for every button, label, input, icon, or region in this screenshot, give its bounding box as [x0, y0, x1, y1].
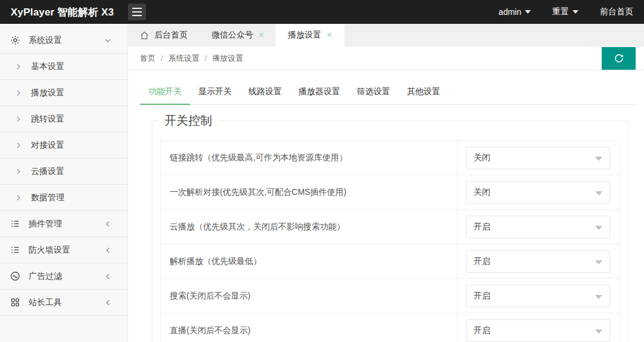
sidebar-item-ad-filter[interactable]: 广告过滤	[0, 263, 127, 290]
chevron-right-icon	[15, 142, 21, 148]
refresh-icon	[613, 52, 625, 64]
tab-display-switch[interactable]: 显示开关	[190, 86, 240, 104]
breadcrumb-separator: /	[161, 54, 163, 63]
settings-page: 功能开关 显示开关 线路设置 播放器设置 筛选设置 其他设置 开关控制 链接跳转…	[128, 70, 644, 342]
sidebar-item-label: 数据管理	[31, 192, 127, 203]
setting-label: 直播(关闭后不会显示)	[161, 313, 458, 342]
cloud-play-select[interactable]: 开启	[466, 216, 610, 238]
chevron-right-icon	[15, 169, 21, 175]
window-tab-label: 微信公众号	[211, 30, 253, 41]
breadcrumb-system-settings[interactable]: 系统设置	[169, 53, 200, 64]
window-tab-play-settings[interactable]: 播放设置 ×	[276, 24, 344, 46]
parse-dock-select[interactable]: 关闭	[466, 181, 610, 204]
breadcrumb-home[interactable]: 首页	[140, 53, 155, 64]
sidebar-item-webmaster-tools[interactable]: 站长工具	[0, 290, 127, 316]
switch-control-fieldset: 开关控制 链接跳转（优先级最高,可作为本地资源库使用） 关闭 一次解析对接(优先…	[152, 120, 628, 342]
caret-down-icon	[525, 10, 531, 14]
sidebar-item-label: 插件管理	[29, 219, 105, 229]
frontend-home-link[interactable]: 前台首页	[589, 0, 644, 24]
grid-icon	[10, 297, 20, 308]
chevron-right-icon	[15, 90, 21, 96]
sidebar-item-label: 跳转设置	[31, 114, 127, 125]
breadcrumb-separator: /	[205, 54, 207, 63]
close-icon[interactable]: ×	[259, 30, 264, 40]
setting-label: 解析播放（优先级最低）	[161, 244, 458, 279]
app-logo: XyPlayer 智能解析 X3	[0, 5, 119, 19]
chevron-right-icon	[15, 64, 21, 70]
setting-label: 云播放（优先级其次，关闭后不影响搜索功能）	[161, 210, 458, 244]
sidebar-item-firewall-settings[interactable]: 防火墙设置	[0, 237, 127, 263]
caret-down-icon	[595, 191, 602, 195]
sidebar-item-jump-settings[interactable]: 跳转设置	[0, 106, 127, 132]
table-row: 链接跳转（优先级最高,可作为本地资源库使用） 关闭	[161, 141, 620, 175]
setting-label: 一次解析对接(优先级其次,可配合CMS插件使用)	[161, 175, 458, 210]
sidebar-item-cloudplay-settings[interactable]: 云播设置	[0, 158, 127, 185]
user-menu[interactable]: admin	[488, 0, 542, 24]
breadcrumb-bar: 首页 / 系统设置 / 播放设置	[128, 46, 644, 70]
table-row: 解析播放（优先级最低） 开启	[161, 244, 620, 279]
select-value: 开启	[474, 256, 490, 267]
section-title: 开关控制	[158, 113, 218, 129]
home-icon	[140, 31, 149, 40]
search-select[interactable]: 开启	[466, 285, 610, 307]
window-tab-home[interactable]: 后台首页	[128, 24, 200, 46]
tab-player-settings[interactable]: 播放器设置	[290, 86, 349, 104]
window-tab-strip: 后台首页 微信公众号 × 播放设置 ×	[128, 24, 644, 46]
sidebar-item-dock-settings[interactable]: 对接设置	[0, 132, 127, 158]
table-row: 一次解析对接(优先级其次,可配合CMS插件使用) 关闭	[161, 175, 620, 210]
parse-play-select[interactable]: 开启	[466, 250, 610, 273]
chevron-right-icon	[15, 195, 21, 201]
caret-down-icon	[573, 10, 578, 14]
sidebar-item-data-management[interactable]: 数据管理	[0, 185, 127, 211]
tab-filter-settings[interactable]: 筛选设置	[349, 86, 399, 104]
settings-table: 链接跳转（优先级最高,可作为本地资源库使用） 关闭 一次解析对接(优先级其次,可…	[160, 140, 620, 342]
gear-icon	[10, 35, 20, 46]
reset-menu[interactable]: 重置	[542, 0, 589, 24]
select-value: 开启	[474, 222, 490, 232]
select-value: 开启	[474, 291, 490, 301]
sidebar-item-label: 云播设置	[31, 166, 127, 177]
list-icon	[10, 219, 20, 229]
window-tab-label: 播放设置	[288, 30, 321, 41]
select-value: 关闭	[474, 187, 490, 198]
refresh-button[interactable]	[602, 47, 636, 70]
table-row: 云播放（优先级其次，关闭后不影响搜索功能） 开启	[161, 210, 620, 244]
tab-other-settings[interactable]: 其他设置	[399, 86, 449, 104]
caret-down-icon	[595, 260, 602, 265]
link-jump-select[interactable]: 关闭	[466, 147, 610, 169]
chevron-left-icon	[105, 247, 111, 253]
user-menu-label: admin	[499, 7, 521, 17]
pulse-circle-icon	[10, 271, 20, 282]
caret-down-icon	[595, 157, 602, 161]
tab-function-switch[interactable]: 功能开关	[140, 86, 190, 104]
sidebar-item-label: 广告过滤	[29, 271, 105, 282]
chevron-left-icon	[105, 273, 111, 279]
chevron-right-icon	[15, 116, 21, 122]
caret-down-icon	[595, 295, 602, 299]
sidebar-item-basic-settings[interactable]: 基本设置	[0, 54, 127, 80]
window-tab-wechat[interactable]: 微信公众号 ×	[200, 24, 276, 46]
sidebar-item-system-settings[interactable]: 系统设置	[0, 27, 127, 54]
window-tab-label: 后台首页	[154, 30, 188, 41]
tab-line-settings[interactable]: 线路设置	[240, 86, 290, 104]
sidebar-item-label: 对接设置	[31, 140, 127, 151]
sidebar-item-label: 播放设置	[31, 88, 127, 98]
breadcrumb: 首页 / 系统设置 / 播放设置	[128, 53, 243, 64]
main-area: 后台首页 微信公众号 × 播放设置 × 首页 / 系统设置 / 播放设置	[128, 24, 644, 342]
close-icon[interactable]: ×	[326, 30, 332, 40]
frontend-home-label: 前台首页	[600, 7, 633, 17]
live-select[interactable]: 开启	[466, 319, 610, 342]
reset-menu-label: 重置	[552, 7, 569, 17]
settings-tab-bar: 功能开关 显示开关 线路设置 播放器设置 筛选设置 其他设置	[140, 86, 635, 105]
table-row: 搜索(关闭后不会显示) 开启	[161, 279, 620, 313]
sidebar-toggle-button[interactable]	[128, 4, 146, 20]
chevron-left-icon	[105, 221, 111, 227]
sidebar-item-label: 系统设置	[29, 35, 105, 46]
caret-down-icon	[595, 329, 602, 334]
setting-label: 链接跳转（优先级最高,可作为本地资源库使用）	[161, 141, 458, 175]
select-value: 开启	[474, 325, 490, 336]
breadcrumb-play-settings[interactable]: 播放设置	[212, 53, 243, 64]
top-bar: XyPlayer 智能解析 X3 admin 重置 前台首页	[0, 0, 644, 24]
sidebar-item-plugin-management[interactable]: 插件管理	[0, 211, 127, 237]
sidebar-item-play-settings[interactable]: 播放设置	[0, 80, 127, 106]
